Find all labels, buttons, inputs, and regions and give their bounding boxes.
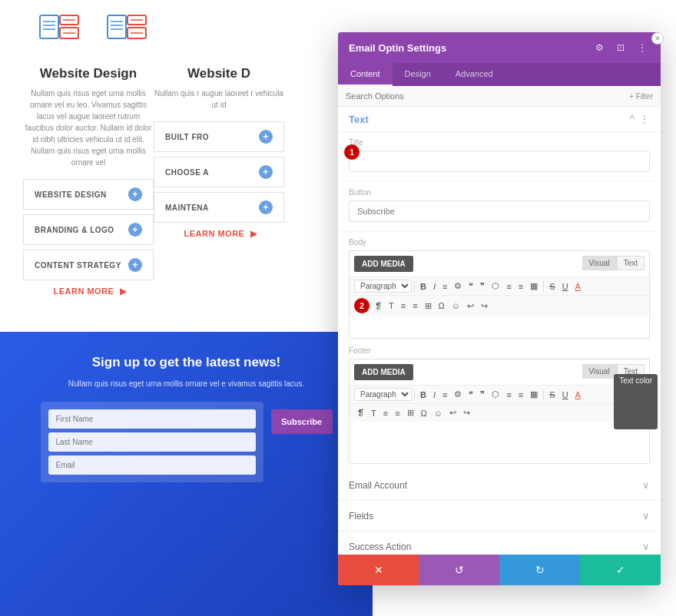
- svg-rect-8: [108, 15, 126, 38]
- footer-redo-btn[interactable]: ↪: [460, 406, 473, 419]
- ul-btn[interactable]: ≡: [439, 280, 450, 293]
- footer-special-char-btn[interactable]: Ω: [418, 407, 430, 419]
- blockquote-btn[interactable]: ❝: [466, 280, 476, 293]
- body-view-toggle: Visual Text: [582, 256, 645, 270]
- learn-more-2[interactable]: LEARN MORE ▶: [154, 229, 284, 239]
- maximize-icon[interactable]: ⊡: [613, 40, 628, 55]
- underline-btn[interactable]: U: [559, 280, 572, 293]
- accordion-item-4[interactable]: BUILT FRO +: [154, 121, 284, 152]
- website-design-icon: [38, 14, 83, 57]
- body-editor-content[interactable]: [349, 316, 650, 339]
- footer-emoji-btn[interactable]: ☺: [431, 407, 446, 419]
- email-input[interactable]: [48, 455, 256, 475]
- footer-visual-btn[interactable]: Visual: [582, 364, 617, 379]
- special-char-btn[interactable]: Ω: [436, 300, 448, 312]
- footer-editor-toolbar-row2: ❡ T ≡ ≡ ⊞ Ω ☺ ↩ ↪ Text color: [350, 403, 649, 422]
- body-text-btn[interactable]: Text: [617, 256, 645, 270]
- save-button[interactable]: ✓: [580, 555, 661, 585]
- redo-btn[interactable]: ↪: [478, 300, 491, 313]
- footer-outdent2-btn[interactable]: ≡: [392, 407, 403, 419]
- footer-table-btn[interactable]: ▦: [527, 388, 541, 401]
- accordion-label-5: CHOOSE A: [165, 168, 209, 177]
- footer-editor-content[interactable]: [349, 422, 650, 464]
- settings-icon[interactable]: ⚙: [592, 40, 607, 55]
- indent2-btn[interactable]: ≡: [398, 300, 409, 312]
- footer-add-media-button[interactable]: ADD MEDIA: [354, 364, 413, 380]
- body-visual-btn[interactable]: Visual: [582, 256, 617, 270]
- subscribe-button[interactable]: Subscribe: [271, 409, 333, 434]
- footer-indent-btn[interactable]: ❡: [354, 406, 367, 419]
- text-color-btn[interactable]: A: [572, 280, 584, 293]
- redo-button[interactable]: ↻: [499, 555, 580, 585]
- footer-paragraph-select[interactable]: Paragraph: [354, 388, 412, 401]
- title-input[interactable]: [349, 151, 650, 172]
- align-right-btn[interactable]: ≡: [515, 280, 526, 293]
- search-input[interactable]: [346, 91, 629, 101]
- text-section-label: Text: [349, 114, 369, 125]
- text-color-tooltip: Text color: [614, 374, 658, 429]
- paragraph-select[interactable]: Paragraph: [354, 280, 412, 293]
- footer-ol-btn[interactable]: ⚙: [451, 388, 465, 401]
- footer-underline-btn[interactable]: U: [559, 389, 572, 401]
- align-left-btn[interactable]: ⬡: [489, 280, 502, 293]
- section-menu-dots[interactable]: ⋮: [639, 113, 650, 125]
- footer-ul-btn[interactable]: ≡: [439, 389, 450, 401]
- ol-btn[interactable]: ⚙: [451, 280, 465, 293]
- footer-bold-btn[interactable]: B: [417, 389, 429, 401]
- accordion-item-2[interactable]: BRANDING & LOGO +: [23, 214, 154, 245]
- tab-content[interactable]: Content: [338, 63, 393, 86]
- footer-outdent-btn[interactable]: T: [368, 407, 379, 419]
- footer-align-left-btn[interactable]: ⬡: [489, 388, 502, 401]
- strikethrough-btn[interactable]: S: [546, 280, 558, 293]
- footer-align-center-btn[interactable]: ≡: [503, 389, 514, 401]
- fields-section[interactable]: Fields ∨: [338, 501, 661, 532]
- outdent-btn[interactable]: T: [386, 300, 397, 312]
- footer-italic-btn[interactable]: I: [430, 389, 439, 401]
- email-account-section[interactable]: Email Account ∨: [338, 470, 661, 501]
- filter-button[interactable]: + Filter: [629, 92, 653, 101]
- footer-indent2-btn[interactable]: ≡: [380, 407, 391, 419]
- indent-btn[interactable]: ❡: [372, 300, 385, 313]
- accordion-item-6[interactable]: MAINTENA +: [154, 192, 284, 223]
- emoji-btn[interactable]: ☺: [449, 300, 463, 312]
- panel-close-button[interactable]: ✕: [651, 32, 664, 45]
- footer-strikethrough-btn[interactable]: S: [546, 389, 558, 401]
- section-chevron-up[interactable]: ^: [629, 113, 635, 125]
- cancel-button[interactable]: ✕: [338, 555, 419, 585]
- body-add-media-button[interactable]: ADD MEDIA: [354, 256, 413, 272]
- accordion-item-1[interactable]: WEBSITE DESIGN +: [23, 179, 154, 210]
- footer-text-color-btn[interactable]: A: [572, 389, 584, 401]
- col1-heading: Website Design: [23, 66, 154, 81]
- last-name-input[interactable]: [48, 432, 256, 452]
- accordion-item-5[interactable]: CHOOSE A +: [154, 157, 284, 187]
- learn-more-1[interactable]: LEARN MORE ▶: [23, 286, 154, 296]
- button-input[interactable]: [349, 200, 650, 222]
- col2-body-text: Nullam quis r augue laoreet r vehicula u…: [154, 88, 284, 111]
- outdent2-btn[interactable]: ≡: [409, 300, 420, 312]
- footer-undo-btn[interactable]: ↩: [446, 406, 459, 419]
- text-section-header: Text ^ ⋮: [338, 107, 661, 132]
- footer-blockquote2-btn[interactable]: ❞: [477, 388, 488, 401]
- accordion-item-3[interactable]: CONTENT STRATEGY +: [23, 250, 154, 280]
- accordion-dot-6: +: [259, 200, 273, 214]
- footer-blockquote-btn[interactable]: ❝: [466, 388, 476, 401]
- bold-btn[interactable]: B: [417, 280, 429, 293]
- more-icon[interactable]: ⋮: [635, 40, 650, 55]
- table-btn[interactable]: ▦: [527, 280, 541, 293]
- footer-align-right-btn[interactable]: ≡: [515, 389, 526, 401]
- blockquote2-btn[interactable]: ❞: [477, 280, 488, 293]
- tab-advanced[interactable]: Advanced: [443, 63, 505, 86]
- align-center-btn[interactable]: ≡: [503, 280, 514, 293]
- tab-design[interactable]: Design: [393, 63, 443, 86]
- website-design-alt-icon: [106, 14, 151, 57]
- success-action-section[interactable]: Success Action ∨: [338, 532, 661, 555]
- undo-btn[interactable]: ↩: [464, 300, 477, 313]
- reset-button[interactable]: ↺: [419, 555, 499, 585]
- italic-btn[interactable]: I: [430, 280, 439, 293]
- first-name-input[interactable]: [48, 409, 256, 429]
- col1-accordion: WEBSITE DESIGN + BRANDING & LOGO + CONTE…: [23, 179, 154, 280]
- form-fields: [41, 402, 263, 482]
- footer-fullscreen-btn[interactable]: ⊞: [404, 406, 417, 419]
- icons-row: [38, 14, 284, 57]
- fullscreen-btn[interactable]: ⊞: [422, 300, 435, 313]
